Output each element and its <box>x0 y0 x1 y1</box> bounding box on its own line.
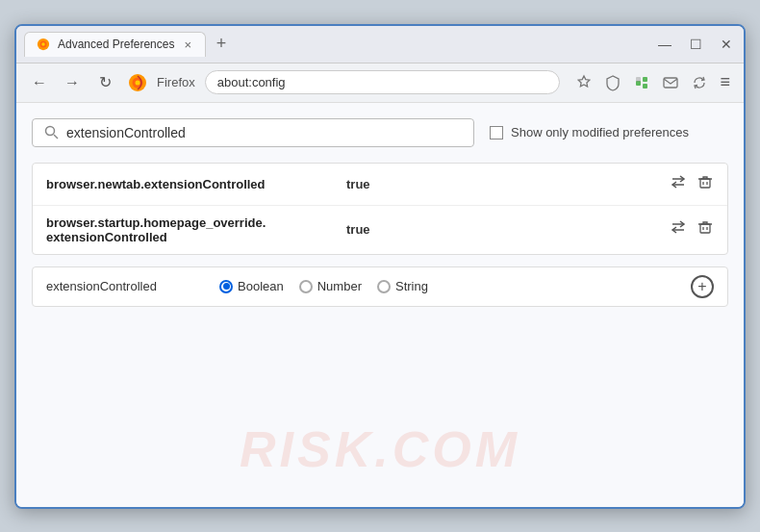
main-content: RISK.COM Show only modified preferences … <box>16 103 744 507</box>
toolbar-icons <box>573 72 710 93</box>
svg-rect-16 <box>700 224 710 233</box>
extension-icon[interactable] <box>631 72 652 93</box>
svg-rect-7 <box>643 77 647 82</box>
mail-icon[interactable] <box>660 72 681 93</box>
close-button[interactable]: ✕ <box>717 35 736 54</box>
radio-string[interactable]: String <box>377 279 428 293</box>
browser-window: Advanced Preferences × + — ☐ ✕ ← → ↻ Fir… <box>14 24 746 509</box>
delete-button-2[interactable] <box>697 218 714 241</box>
type-radio-group: Boolean Number String <box>219 279 428 293</box>
minimize-button[interactable]: — <box>655 35 674 54</box>
radio-string-label: String <box>395 279 428 293</box>
swap-button-2[interactable] <box>670 218 687 241</box>
delete-button-1[interactable] <box>697 173 714 195</box>
window-controls: — ☐ ✕ <box>655 35 736 54</box>
search-input[interactable] <box>66 125 462 140</box>
pref-value-2: true <box>346 222 370 237</box>
radio-boolean-circle[interactable] <box>219 280 233 293</box>
search-container: Show only modified preferences <box>32 118 728 147</box>
watermark: RISK.COM <box>240 420 520 478</box>
svg-rect-13 <box>700 179 710 188</box>
show-modified-container[interactable]: Show only modified preferences <box>490 125 689 139</box>
new-tab-button[interactable]: + <box>210 33 233 56</box>
address-text: about:config <box>217 75 286 89</box>
swap-button-1[interactable] <box>670 173 687 195</box>
tab-close-button[interactable]: × <box>182 38 193 52</box>
browser-tab[interactable]: Advanced Preferences × <box>24 32 206 57</box>
table-row: browser.newtab.extensionControlled true <box>33 164 727 206</box>
firefox-logo-icon <box>128 73 147 92</box>
menu-button[interactable]: ≡ <box>716 72 734 92</box>
search-box[interactable] <box>32 118 474 147</box>
svg-rect-10 <box>664 78 677 88</box>
svg-line-12 <box>54 135 58 139</box>
search-icon <box>44 125 59 139</box>
bookmark-icon[interactable] <box>573 72 595 93</box>
radio-number[interactable]: Number <box>299 279 362 293</box>
radio-number-circle[interactable] <box>299 280 313 293</box>
add-preference-button[interactable]: + <box>691 275 714 298</box>
radio-boolean-label: Boolean <box>238 279 284 293</box>
shield-icon[interactable] <box>602 72 623 93</box>
tab-title: Advanced Preferences <box>58 38 174 51</box>
radio-string-circle[interactable] <box>377 280 391 293</box>
radio-number-label: Number <box>317 279 362 293</box>
results-table: browser.newtab.extensionControlled true <box>32 163 728 255</box>
sync-icon[interactable] <box>689 72 710 93</box>
tab-favicon-icon <box>37 38 50 51</box>
pref-value-1: true <box>346 177 370 191</box>
svg-rect-8 <box>643 84 647 89</box>
browser-name: Firefox <box>157 75 195 89</box>
svg-point-11 <box>46 127 55 136</box>
pref-name-2: browser.startup.homepage_override. exten… <box>46 215 335 244</box>
show-modified-label: Show only modified preferences <box>511 125 689 139</box>
forward-button[interactable]: → <box>59 69 86 96</box>
svg-point-5 <box>136 80 140 85</box>
table-row: browser.startup.homepage_override. exten… <box>33 206 727 254</box>
add-preference-row: extensionControlled Boolean Number Strin… <box>32 266 728 307</box>
new-pref-name: extensionControlled <box>46 279 200 293</box>
back-button[interactable]: ← <box>26 69 53 96</box>
row-actions-1 <box>670 173 714 195</box>
row-actions-2 <box>670 218 714 241</box>
show-modified-checkbox[interactable] <box>490 126 503 139</box>
restore-button[interactable]: ☐ <box>686 35 705 54</box>
svg-rect-9 <box>636 77 641 82</box>
navigation-bar: ← → ↻ Firefox about:config <box>16 63 744 103</box>
address-bar[interactable]: about:config <box>205 70 561 94</box>
title-bar: Advanced Preferences × + — ☐ ✕ <box>16 26 744 63</box>
svg-point-2 <box>41 42 45 46</box>
pref-name-1: browser.newtab.extensionControlled <box>46 177 335 191</box>
refresh-button[interactable]: ↻ <box>91 69 118 96</box>
radio-boolean[interactable]: Boolean <box>219 279 284 293</box>
